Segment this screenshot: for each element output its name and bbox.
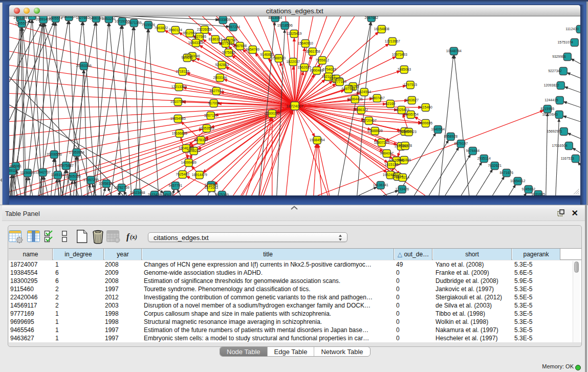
svg-text:(x): (x) (130, 233, 137, 240)
svg-text:10807467: 10807467 (369, 96, 384, 100)
svg-text:9605574: 9605574 (49, 16, 62, 20)
svg-text:1733426: 1733426 (395, 187, 409, 191)
svg-text:1167533: 1167533 (560, 157, 574, 160)
svg-text:16033809: 16033809 (215, 18, 230, 21)
svg-text:1615132: 1615132 (384, 163, 398, 166)
svg-text:16543362: 16543362 (188, 41, 203, 45)
svg-text:3960124: 3960124 (168, 28, 182, 32)
svg-text:917006: 917006 (208, 101, 220, 105)
svg-text:9146821: 9146821 (260, 53, 274, 56)
svg-text:7485063: 7485063 (397, 68, 411, 71)
svg-text:23300275: 23300275 (264, 112, 279, 115)
svg-text:2588520: 2588520 (272, 56, 286, 60)
svg-text:19654985: 19654985 (170, 117, 185, 120)
svg-text:6497568: 6497568 (341, 87, 355, 91)
svg-text:2087682: 2087682 (364, 16, 378, 19)
svg-text:19166825: 19166825 (171, 132, 187, 135)
svg-text:18724007: 18724007 (286, 104, 303, 108)
svg-text:8053251: 8053251 (102, 17, 116, 20)
svg-text:11325419: 11325419 (286, 32, 301, 35)
svg-text:12093822: 12093822 (543, 83, 559, 87)
svg-text:11923448: 11923448 (129, 191, 145, 194)
svg-text:3498222: 3498222 (187, 149, 201, 152)
svg-text:7515526: 7515526 (141, 23, 155, 27)
svg-text:6466160: 6466160 (89, 16, 103, 20)
svg-text:12213369: 12213369 (171, 85, 186, 89)
svg-text:1562615: 1562615 (297, 65, 311, 69)
svg-text:6794028: 6794028 (322, 68, 336, 71)
svg-text:12505135: 12505135 (65, 174, 80, 178)
svg-text:16961758: 16961758 (304, 50, 320, 53)
svg-text:16914479: 16914479 (191, 173, 207, 177)
svg-text:1297515: 1297515 (403, 83, 417, 86)
svg-text:8873214: 8873214 (396, 176, 409, 179)
svg-text:10973493: 10973493 (391, 53, 407, 56)
svg-text:9115460: 9115460 (419, 105, 432, 109)
svg-text:7357224: 7357224 (226, 25, 240, 29)
svg-text:3624554: 3624554 (357, 90, 371, 94)
svg-text:7986322: 7986322 (354, 108, 368, 112)
svg-text:9457791: 9457791 (168, 184, 182, 187)
svg-text:9242843: 9242843 (215, 63, 229, 67)
svg-text:10975887: 10975887 (58, 164, 73, 167)
svg-text:15720407: 15720407 (361, 119, 376, 122)
svg-text:2803144: 2803144 (213, 76, 227, 79)
svg-text:16154808: 16154808 (374, 27, 389, 31)
svg-text:7625402: 7625402 (176, 172, 189, 176)
svg-text:20053346: 20053346 (76, 64, 91, 68)
svg-text:8215955: 8215955 (540, 107, 554, 111)
svg-text:989641: 989641 (181, 56, 193, 59)
svg-text:12942737: 12942737 (35, 170, 50, 174)
svg-text:14136141: 14136141 (373, 183, 388, 187)
svg-text:6879197: 6879197 (454, 142, 468, 145)
svg-text:12213967: 12213967 (384, 39, 400, 43)
svg-text:1145194: 1145194 (51, 173, 64, 177)
svg-text:20364436: 20364436 (347, 97, 362, 101)
svg-text:11353593: 11353593 (199, 126, 214, 130)
svg-text:9777169: 9777169 (333, 80, 346, 83)
svg-text:15640910: 15640910 (297, 41, 313, 45)
svg-text:1571643: 1571643 (204, 186, 218, 189)
svg-text:20206536: 20206536 (46, 152, 61, 156)
svg-text:10654112: 10654112 (510, 179, 525, 183)
svg-text:835061: 835061 (10, 164, 21, 168)
svg-text:9329966: 9329966 (552, 55, 566, 58)
svg-text:15751074: 15751074 (557, 40, 573, 44)
svg-text:3267110: 3267110 (204, 114, 217, 117)
svg-text:9827505: 9827505 (192, 35, 206, 38)
svg-text:62160: 62160 (385, 102, 395, 105)
svg-text:7663822: 7663822 (154, 26, 168, 30)
svg-text:19218596: 19218596 (277, 24, 292, 27)
svg-text:7633426: 7633426 (147, 193, 161, 195)
svg-text:16210643: 16210643 (542, 113, 557, 116)
svg-text:9827509: 9827509 (219, 41, 232, 45)
svg-text:3975685: 3975685 (222, 51, 235, 54)
svg-text:16671355: 16671355 (126, 21, 141, 25)
svg-text:9245652: 9245652 (521, 187, 535, 191)
svg-text:9245072: 9245072 (160, 193, 174, 195)
svg-text:7955812: 7955812 (315, 58, 329, 62)
svg-text:9084067: 9084067 (380, 151, 394, 155)
svg-text:10107553: 10107553 (170, 100, 185, 103)
svg-text:10688609: 10688609 (367, 129, 382, 133)
svg-text:9463627: 9463627 (405, 98, 419, 102)
svg-text:17016504: 17016504 (552, 144, 567, 147)
svg-text:1822037: 1822037 (286, 60, 300, 63)
svg-text:11156829: 11156829 (20, 171, 35, 174)
svg-text:939114: 939114 (9, 169, 18, 172)
svg-text:8958928: 8958928 (444, 135, 458, 138)
svg-text:23226058: 23226058 (197, 28, 212, 31)
svg-text:9031685: 9031685 (531, 192, 545, 195)
svg-text:8912954: 8912954 (183, 31, 197, 35)
svg-text:1527602: 1527602 (76, 16, 90, 19)
svg-text:16782759: 16782759 (114, 186, 129, 189)
svg-text:10648784: 10648784 (446, 49, 461, 53)
svg-text:1112430: 1112430 (565, 27, 579, 31)
svg-text:9756928: 9756928 (398, 144, 412, 147)
svg-text:8186323: 8186323 (208, 37, 222, 41)
svg-text:1244415: 1244415 (545, 98, 558, 102)
svg-text:10958137: 10958137 (98, 182, 114, 185)
svg-text:19495754: 19495754 (403, 113, 418, 116)
svg-text:8675309: 8675309 (215, 193, 229, 195)
svg-text:8427512: 8427512 (209, 89, 223, 93)
